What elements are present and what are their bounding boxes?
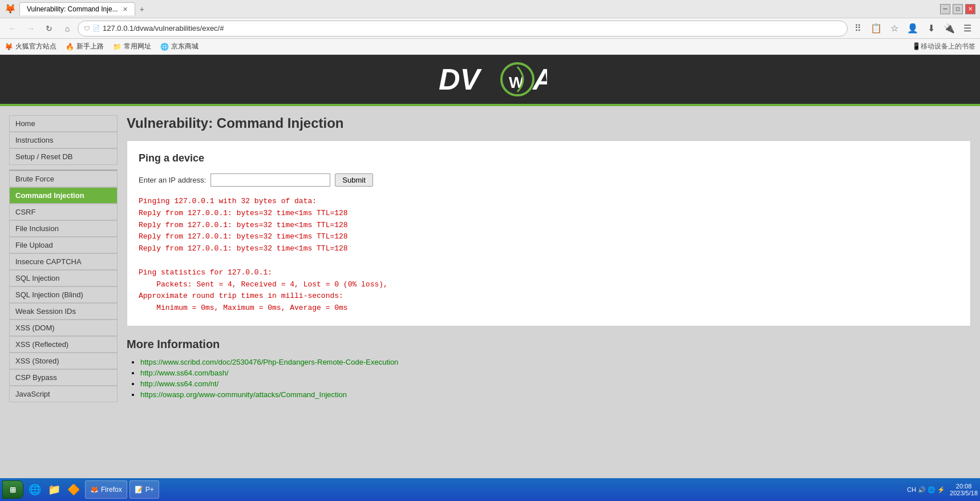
bookmark-huhu-icon: 🦊: [5, 43, 13, 51]
bookmark-jd[interactable]: 🌐 京东商城: [160, 42, 199, 51]
browser-window: 🦊 Vulnerability: Command Inje... ✕ + ─ □…: [0, 0, 980, 501]
close-btn[interactable]: ✕: [965, 4, 975, 14]
taskbar: ⊞ 🌐 📁 🔶 🦊 Firefox 📝 P+ CH 🔊 🌐 ⚡ 20:08 20…: [0, 478, 980, 501]
window-controls: ─ □ ✕: [940, 4, 975, 14]
minimize-btn[interactable]: ─: [940, 4, 950, 14]
ping-card-title: Ping a device: [139, 152, 959, 164]
bookmarks-bar: 🦊 火狐官方站点 🔥 新手上路 📁 常用网址 🌐 京东商城 📱移动设备上的书签: [0, 39, 980, 55]
taskbar-pp-app[interactable]: 📝 P+: [129, 480, 159, 499]
main-content: Vulnerability: Command Injection Ping a …: [127, 115, 971, 469]
extensions2-btn[interactable]: 🔌: [941, 21, 957, 37]
page-content: DV W A Home Instructions Setup / Reset D…: [0, 55, 980, 478]
ip-input[interactable]: [210, 173, 330, 187]
sidebar-item-xss-dom[interactable]: XSS (DOM): [9, 320, 118, 336]
sidebar-item-file-inclusion[interactable]: File Inclusion: [9, 220, 118, 237]
bookmark-newbie-icon: 🔥: [66, 43, 74, 51]
ip-label: Enter an IP address:: [139, 176, 206, 184]
sidebar-item-weak-session-ids[interactable]: Weak Session IDs: [9, 303, 118, 320]
sidebar-item-setup[interactable]: Setup / Reset DB: [9, 148, 118, 165]
sidebar-item-xss-reflected[interactable]: XSS (Reflected): [9, 336, 118, 353]
download-btn[interactable]: ⬇: [923, 21, 939, 37]
sidebar-item-sql-injection[interactable]: SQL Injection: [9, 270, 118, 286]
more-info-item-3: https://owasp.org/www-community/attacks/…: [140, 390, 971, 399]
tab-close-btn[interactable]: ✕: [123, 6, 128, 13]
taskbar-icons: 🌐 📁 🔶: [26, 480, 83, 499]
shield-icon: 🛡: [84, 25, 90, 32]
bookmark-jd-icon: 🌐: [160, 43, 169, 51]
taskbar-clock: 20:08 2023/5/18: [950, 483, 978, 496]
bookmark-newbie[interactable]: 🔥 新手上路: [66, 42, 104, 51]
ping-card: Ping a device Enter an IP address: Submi…: [127, 140, 971, 326]
ping-form: Enter an IP address: Submit: [139, 173, 959, 187]
taskbar-right: CH 🔊 🌐 ⚡ 20:08 2023/5/18: [907, 483, 978, 496]
more-info-link-1[interactable]: http://www.ss64.com/bash/: [140, 369, 229, 377]
taskbar-ie-icon[interactable]: 🌐: [26, 480, 44, 499]
sidebar-item-insecure-captcha[interactable]: Insecure CAPTCHA: [9, 253, 118, 270]
sidebar-item-file-upload[interactable]: File Upload: [9, 237, 118, 253]
sidebar-item-csp-bypass[interactable]: CSP Bypass: [9, 369, 118, 386]
dvwa-header: DV W A: [0, 55, 980, 106]
sidebar-item-csrf[interactable]: CSRF: [9, 204, 118, 220]
bookmark-btn[interactable]: ☆: [886, 21, 902, 37]
more-info-item-2: http://www.ss64.com/nt/: [140, 379, 971, 388]
firefox-icon: 🦊: [90, 486, 99, 494]
extensions-btn[interactable]: ⠿: [850, 21, 866, 37]
new-tab-btn[interactable]: +: [135, 2, 149, 16]
sidebar-item-xss-stored[interactable]: XSS (Stored): [9, 353, 118, 369]
title-bar-content: 🦊 Vulnerability: Command Inje... ✕ +: [5, 2, 940, 16]
sidebar-item-sql-injection-blind[interactable]: SQL Injection (Blind): [9, 286, 118, 303]
more-info-link-3[interactable]: https://owasp.org/www-community/attacks/…: [140, 390, 347, 399]
bookmark-common[interactable]: 📁 常用网址: [113, 42, 151, 51]
more-info-links: https://www.scribd.com/doc/2530476/Php-E…: [127, 358, 971, 399]
page-icon: 📄: [92, 25, 100, 32]
refresh-btn[interactable]: ↻: [41, 21, 57, 37]
sidebar-item-instructions[interactable]: Instructions: [9, 132, 118, 148]
firefox-label: Firefox: [101, 486, 122, 494]
bookmark-common-icon: 📁: [113, 43, 122, 51]
pp-label: P+: [145, 486, 154, 494]
nav-actions: ⠿ 📋 ☆ 👤 ⬇ 🔌 ☰: [850, 21, 975, 37]
profile-btn[interactable]: 👤: [905, 21, 921, 37]
taskbar-date-value: 2023/5/18: [950, 490, 978, 496]
maximize-btn[interactable]: □: [953, 4, 963, 14]
more-info-link-0[interactable]: https://www.scribd.com/doc/2530476/Php-E…: [140, 358, 398, 366]
bookmark-huhu[interactable]: 🦊 火狐官方站点: [5, 42, 56, 51]
more-info-link-2[interactable]: http://www.ss64.com/nt/: [140, 379, 218, 388]
more-info-item-0: https://www.scribd.com/doc/2530476/Php-E…: [140, 358, 971, 366]
mobile-bookmarks: 📱移动设备上的书签: [912, 42, 975, 51]
start-btn[interactable]: ⊞: [2, 480, 23, 499]
menu-btn[interactable]: ☰: [959, 21, 975, 37]
nav-bar: ← → ↻ ⌂ 🛡 📄 ⠿ 📋 ☆ 👤 ⬇ 🔌 ☰: [0, 18, 980, 39]
taskbar-media-icon[interactable]: 🔶: [64, 480, 83, 499]
page-title: Vulnerability: Command Injection: [127, 115, 971, 131]
back-btn[interactable]: ←: [5, 21, 21, 37]
dvwa-logo-svg: DV W A: [433, 62, 547, 96]
url-bar-container: 🛡 📄: [78, 21, 848, 37]
more-info-item-1: http://www.ss64.com/bash/: [140, 369, 971, 377]
reader-btn[interactable]: 📋: [868, 21, 884, 37]
bookmark-jd-label: 京东商城: [171, 42, 199, 51]
svg-text:DV: DV: [439, 63, 483, 96]
main-layout: Home Instructions Setup / Reset DB Brute…: [0, 106, 980, 478]
taskbar-tray: CH 🔊 🌐 ⚡: [907, 486, 945, 494]
taskbar-time-value: 20:08: [950, 483, 978, 490]
more-info-title: More Information: [127, 338, 971, 351]
svg-text:A: A: [532, 63, 547, 96]
taskbar-folder-icon[interactable]: 📁: [45, 480, 63, 499]
active-tab[interactable]: Vulnerability: Command Inje... ✕: [19, 2, 135, 15]
dvwa-logo-container: DV W A: [433, 62, 547, 96]
sidebar-item-command-injection[interactable]: Command Injection: [9, 187, 118, 204]
taskbar-firefox-app[interactable]: 🦊 Firefox: [85, 480, 127, 499]
sidebar-item-javascript[interactable]: JavaScript: [9, 386, 118, 402]
bookmark-common-label: 常用网址: [124, 42, 151, 51]
home-btn[interactable]: ⌂: [59, 21, 75, 37]
title-bar: 🦊 Vulnerability: Command Inje... ✕ + ─ □…: [0, 0, 980, 18]
sidebar-item-home[interactable]: Home: [9, 115, 118, 132]
forward-btn[interactable]: →: [23, 21, 39, 37]
url-input[interactable]: [103, 24, 841, 33]
windows-logo: ⊞: [10, 486, 16, 494]
sidebar-item-brute-force[interactable]: Brute Force: [9, 171, 118, 187]
submit-btn[interactable]: Submit: [335, 173, 372, 187]
ping-output: Pinging 127.0.0.1 with 32 bytes of data:…: [139, 196, 959, 314]
bookmark-newbie-label: 新手上路: [76, 42, 104, 51]
